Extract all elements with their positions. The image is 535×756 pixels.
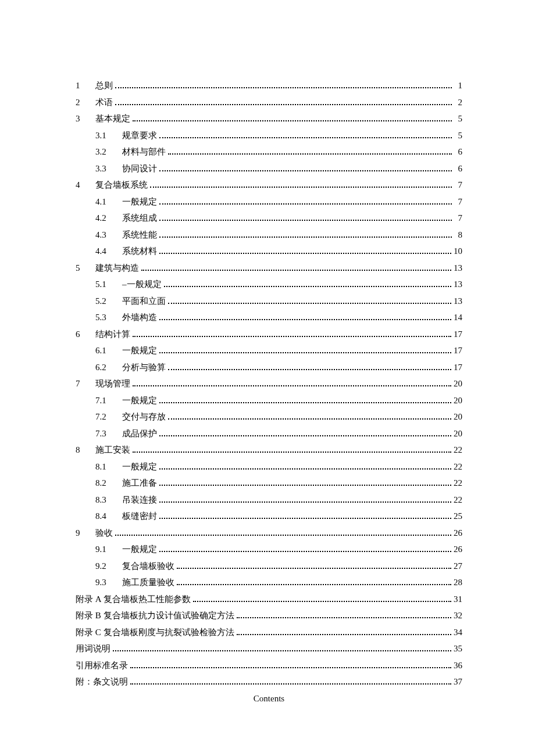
dot-leader — [113, 650, 451, 651]
dot-leader — [237, 634, 451, 635]
section-number: 3.2 — [95, 148, 122, 156]
dot-leader — [159, 435, 451, 436]
page-number: 7 — [454, 214, 462, 223]
toc-appendix: 附录 B 复合墙板抗力设计值试验确定方法32 — [76, 611, 462, 620]
dot-leader — [150, 187, 452, 188]
dot-leader — [115, 104, 452, 105]
dot-leader — [159, 352, 451, 353]
dot-leader — [159, 485, 451, 486]
entry-title: 现场管理 — [95, 379, 130, 388]
page-number: 37 — [454, 678, 462, 686]
toc-chapter: 4复合墙板系统7 — [76, 181, 462, 189]
page-number: 22 — [454, 496, 462, 504]
section-number: 9.1 — [95, 545, 122, 554]
toc-chapter: 6结构计算17 — [76, 330, 462, 339]
entry-title: –一般规定 — [122, 280, 162, 289]
section-number: 4.4 — [95, 247, 122, 256]
section-number: 9.3 — [95, 578, 122, 587]
dot-leader — [159, 170, 452, 171]
page-number: 17 — [454, 363, 462, 372]
section-number: 7.2 — [95, 413, 122, 421]
toc-section: 4.2系统组成7 — [76, 214, 462, 223]
page-number: 8 — [454, 231, 462, 239]
toc-section: 4.1一般规定7 — [76, 198, 462, 206]
dot-leader — [159, 518, 451, 519]
toc-section: 4.3系统性能8 — [76, 231, 462, 239]
dot-leader — [237, 617, 451, 618]
dot-leader — [159, 203, 452, 205]
toc-section: 7.1一般规定20 — [76, 396, 462, 405]
entry-title: 分析与验算 — [122, 363, 166, 372]
page-number: 35 — [454, 644, 462, 653]
dot-leader — [133, 452, 451, 453]
entry-title: 一般规定 — [122, 463, 157, 471]
dot-leader — [141, 270, 451, 271]
dot-leader — [130, 667, 451, 668]
entry-title: 复合墙板验收 — [122, 562, 174, 571]
entry-title: 复合墙板系统 — [95, 181, 148, 189]
dot-leader — [177, 584, 451, 585]
dot-leader — [168, 369, 451, 370]
dot-leader — [133, 120, 452, 121]
entry-title: 一般规定 — [122, 346, 157, 355]
page-number: 36 — [454, 661, 462, 670]
toc-chapter: 9验收26 — [76, 529, 462, 538]
entry-title: 平面和立面 — [122, 297, 166, 306]
entry-title: 协同设计 — [122, 164, 157, 173]
dot-leader — [159, 551, 451, 552]
entry-title: 外墙构造 — [122, 313, 157, 322]
section-number: 8.4 — [95, 512, 122, 521]
page-number: 32 — [454, 611, 462, 620]
page-number: 1 — [454, 81, 462, 90]
toc-section: 5.2平面和立面13 — [76, 297, 462, 306]
page-number: 31 — [454, 595, 462, 604]
chapter-number: 4 — [76, 181, 95, 189]
chapter-number: 8 — [76, 446, 95, 454]
dot-leader — [164, 286, 452, 287]
dot-leader — [177, 568, 451, 569]
toc-chapter: 5建筑与构造13 — [76, 264, 462, 273]
dot-leader — [159, 402, 451, 403]
page-number: 10 — [454, 247, 462, 256]
dot-leader — [159, 237, 452, 238]
section-number: 5.2 — [95, 297, 122, 306]
page-number: 13 — [454, 264, 462, 273]
page-number: 6 — [454, 164, 462, 173]
toc-section: 9.2复合墙板验收27 — [76, 562, 462, 571]
dot-leader — [159, 501, 451, 503]
page-number: 26 — [454, 529, 462, 538]
page-number: 28 — [454, 578, 462, 587]
entry-title: 施工质量验收 — [122, 578, 174, 587]
toc-chapter: 1总则1 — [76, 81, 462, 90]
entry-title: 交付与存放 — [122, 413, 166, 421]
page-number: 20 — [454, 396, 462, 405]
entry-title: 引用标准名录 — [76, 661, 128, 670]
toc-appendix: 附：条文说明37 — [76, 678, 462, 686]
chapter-number: 5 — [76, 264, 95, 273]
entry-title: 建筑与构造 — [95, 264, 139, 273]
dot-leader — [159, 253, 451, 254]
page-number: 26 — [454, 545, 462, 554]
entry-title: 附：条文说明 — [76, 678, 128, 686]
page-number: 27 — [454, 562, 462, 571]
toc-section: 8.3吊装连接22 — [76, 496, 462, 504]
dot-leader — [130, 683, 451, 685]
entry-title: 系统组成 — [122, 214, 157, 223]
entry-title: 吊装连接 — [122, 496, 157, 504]
section-number: 8.3 — [95, 496, 122, 504]
toc-section: 7.2交付与存放20 — [76, 413, 462, 421]
entry-title: 系统材料 — [122, 247, 157, 256]
dot-leader — [168, 153, 452, 155]
toc-appendix: 附录 C 复合墙板刚度与抗裂试验检验方法34 — [76, 628, 462, 637]
toc-chapter: 7现场管理20 — [76, 379, 462, 388]
toc-section: 7.3成品保护20 — [76, 429, 462, 438]
page-number: 7 — [454, 181, 462, 189]
page-number: 13 — [454, 297, 462, 306]
toc-section: 8.1一般规定22 — [76, 463, 462, 471]
page-number: 22 — [454, 446, 462, 454]
entry-title: 验收 — [95, 529, 113, 538]
contents-label: Contents — [76, 694, 462, 703]
chapter-number: 7 — [76, 379, 95, 388]
entry-title: 一般规定 — [122, 396, 157, 405]
page-number: 20 — [454, 413, 462, 421]
